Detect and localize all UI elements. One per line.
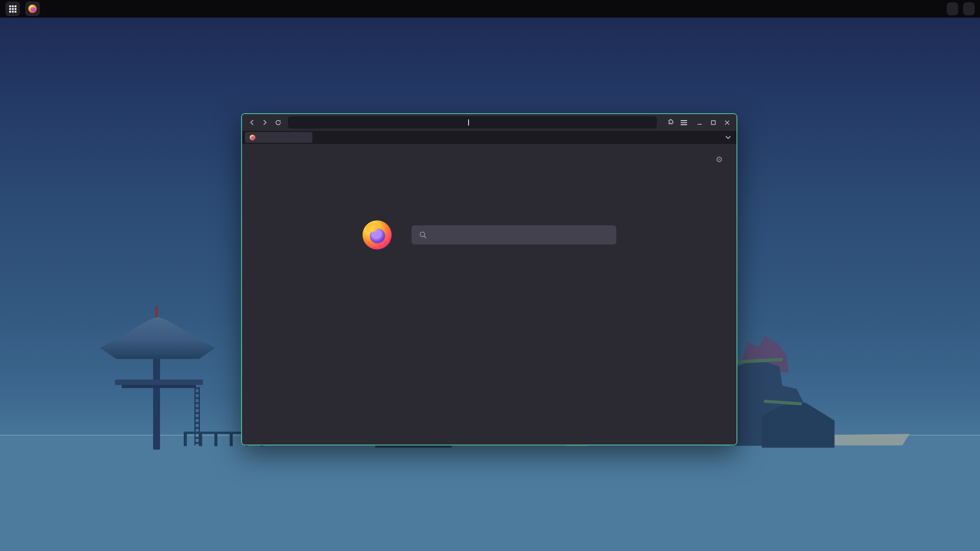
minimize-icon <box>697 120 702 125</box>
tab-bar <box>242 131 737 144</box>
app-grid-icon <box>9 5 16 13</box>
minimize-button[interactable] <box>694 117 705 128</box>
window-controls <box>694 117 733 128</box>
close-button[interactable] <box>721 117 733 128</box>
newtab-search-field[interactable] <box>412 225 616 245</box>
maximize-icon <box>711 120 716 125</box>
newtab-settings-button[interactable]: ⚙ <box>715 155 723 163</box>
newtab-hero <box>363 220 616 249</box>
app-launcher-button[interactable] <box>5 2 20 16</box>
firefox-logo-icon <box>363 220 392 249</box>
reload-icon <box>275 119 281 126</box>
maximize-button[interactable] <box>707 117 719 128</box>
chevron-down-icon <box>725 136 731 139</box>
firefox-launcher-button[interactable] <box>25 2 40 16</box>
watchtower-pole <box>153 356 160 450</box>
ocean <box>0 435 980 551</box>
menu-button[interactable] <box>678 117 690 128</box>
watchtower-roof <box>100 317 215 359</box>
clock-widget[interactable] <box>963 2 975 15</box>
watchtower-platform <box>115 380 203 385</box>
reload-button[interactable] <box>272 117 284 128</box>
puzzle-icon <box>667 119 674 126</box>
back-button[interactable] <box>246 117 258 128</box>
newtab-page: ⚙ <box>242 144 737 445</box>
url-bar[interactable] <box>288 116 657 129</box>
firefox-icon <box>28 5 37 13</box>
new-tab-button[interactable] <box>315 132 325 143</box>
browser-toolbar <box>242 114 737 131</box>
system-bar <box>0 0 980 18</box>
system-bar-left <box>0 2 40 16</box>
firefox-window: ⚙ <box>241 113 737 445</box>
forward-button[interactable] <box>259 117 271 128</box>
list-all-tabs-button[interactable] <box>723 132 733 143</box>
firefox-favicon <box>250 135 255 140</box>
system-bar-right <box>942 2 980 15</box>
hamburger-icon <box>681 120 687 126</box>
search-icon <box>419 231 427 239</box>
system-tray[interactable] <box>947 2 958 15</box>
text-caret <box>468 119 469 126</box>
tab-new-tab[interactable] <box>245 132 312 143</box>
desktop: ⚙ <box>0 0 980 551</box>
forward-icon <box>264 121 266 125</box>
extensions-button[interactable] <box>665 117 677 128</box>
back-icon <box>251 121 253 125</box>
watchtower-platform <box>122 385 196 388</box>
close-icon <box>725 120 730 125</box>
